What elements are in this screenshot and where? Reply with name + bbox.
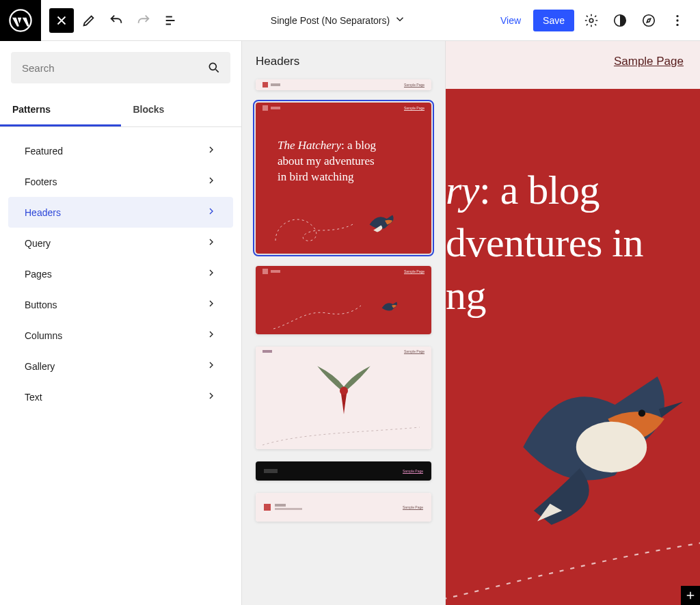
canvas-hero-block[interactable]: ry: a blog dventures in ng [446, 89, 700, 605]
category-item-text[interactable]: Text [8, 381, 233, 412]
svg-point-8 [339, 387, 347, 395]
category-item-columns[interactable]: Columns [8, 320, 233, 351]
settings-button[interactable] [580, 9, 603, 32]
svg-point-4 [676, 14, 678, 16]
editor-topbar: Single Post (No Separators) View Save [0, 0, 700, 41]
category-label: Headers [25, 207, 61, 218]
category-label: Columns [25, 330, 62, 341]
pattern-thumb-header-pink: Sample Page [256, 493, 431, 522]
chevron-right-icon [206, 298, 217, 311]
pattern-card[interactable]: Sample Page [256, 461, 431, 481]
category-item-featured[interactable]: Featured [8, 135, 233, 166]
svg-point-3 [643, 14, 655, 26]
pattern-thumb-header-dark: Sample Page [256, 461, 431, 481]
topbar-right-tools: View Save [494, 9, 700, 32]
tab-patterns[interactable]: Patterns [0, 94, 121, 126]
category-label: Featured [25, 146, 63, 157]
svg-point-5 [676, 19, 678, 21]
category-item-query[interactable]: Query [8, 228, 233, 258]
editor-canvas[interactable]: Sample Page ry: a blog dventures in ng [446, 41, 700, 605]
compass-icon [641, 13, 656, 28]
inserter-sidebar: Patterns Blocks FeaturedFootersHeadersQu… [0, 41, 242, 605]
styles-button[interactable] [608, 9, 632, 32]
kebab-icon [670, 13, 685, 28]
category-item-headers[interactable]: Headers [8, 197, 233, 228]
bird-icon [379, 298, 404, 315]
add-block-button[interactable] [681, 586, 700, 605]
pattern-thumb-link: Sample Page [404, 106, 425, 110]
inserter-tabs: Patterns Blocks [0, 94, 241, 127]
pattern-thumb-link: Sample Page [403, 469, 423, 473]
pattern-card-selected[interactable]: Sample Page The Hatchery: a blog about m… [256, 103, 431, 254]
template-switcher[interactable]: Single Post (No Separators) [183, 13, 494, 27]
svg-point-9 [576, 422, 647, 472]
pattern-thumb-link: Sample Page [404, 269, 425, 273]
view-link[interactable]: View [494, 15, 528, 26]
pattern-thumb-hero-red: Sample Page The Hatchery: a blog about m… [256, 103, 431, 254]
search-box[interactable] [11, 52, 230, 83]
dotted-path-icon [262, 426, 420, 446]
pattern-card[interactable]: Sample Page [256, 347, 431, 449]
category-label: Query [25, 238, 51, 249]
pattern-card[interactable]: Sample Page [256, 493, 431, 522]
patterns-panel: Headers Sample Page Sample Page The Hatc… [242, 41, 446, 605]
svg-point-1 [589, 18, 593, 23]
tab-blocks[interactable]: Blocks [121, 94, 242, 126]
edit-tool-button[interactable] [77, 8, 101, 33]
chevron-right-icon [206, 329, 217, 342]
chevron-right-icon [206, 206, 217, 219]
contrast-icon [612, 13, 628, 28]
chevron-right-icon [206, 390, 217, 403]
search-input[interactable] [21, 62, 207, 75]
close-inserter-button[interactable] [49, 8, 74, 33]
pattern-card[interactable]: Sample Page [256, 266, 431, 334]
redo-icon [136, 13, 151, 28]
more-options-button[interactable] [666, 9, 689, 32]
topbar-left-tools [41, 8, 183, 33]
chevron-right-icon [206, 144, 217, 157]
hummingbird-icon [314, 360, 373, 419]
undo-button[interactable] [104, 8, 129, 33]
close-icon [54, 13, 69, 28]
pattern-thumb-link: Sample Page [404, 83, 425, 87]
chevron-down-icon [394, 13, 406, 27]
pattern-thumb-heading: The Hatchery: a blog about my adventures… [256, 113, 392, 192]
pattern-thumb-hero-white: Sample Page [256, 347, 431, 449]
canvas-heading[interactable]: ry: a blog dventures in ng [446, 89, 700, 321]
svg-point-7 [209, 63, 216, 70]
wordpress-logo[interactable] [0, 0, 41, 41]
chevron-right-icon [206, 237, 217, 250]
category-label: Pages [25, 269, 52, 280]
chevron-right-icon [206, 175, 217, 188]
redo-button[interactable] [131, 8, 156, 33]
chevron-right-icon [206, 267, 217, 280]
pattern-card[interactable]: Sample Page [256, 79, 431, 90]
category-item-footers[interactable]: Footers [8, 166, 233, 197]
category-item-gallery[interactable]: Gallery [8, 351, 233, 381]
pattern-thumb-link: Sample Page [404, 349, 425, 353]
list-view-button[interactable] [159, 8, 183, 33]
chevron-right-icon [206, 360, 217, 373]
workspace: Patterns Blocks FeaturedFootersHeadersQu… [0, 41, 700, 605]
category-label: Footers [25, 176, 57, 187]
undo-icon [109, 13, 124, 28]
bird-icon [366, 209, 404, 236]
pattern-thumb-hero-red-small: Sample Page [256, 266, 431, 334]
pattern-category-list: FeaturedFootersHeadersQueryPagesButtonsC… [0, 127, 241, 605]
pattern-thumb-header-strip: Sample Page [256, 79, 431, 90]
category-label: Buttons [25, 299, 57, 310]
category-label: Gallery [25, 361, 55, 372]
pencil-icon [81, 13, 96, 28]
category-item-pages[interactable]: Pages [8, 258, 233, 289]
dotted-path-icon [272, 210, 354, 244]
category-label: Text [25, 392, 42, 403]
svg-point-6 [676, 23, 678, 25]
category-item-buttons[interactable]: Buttons [8, 289, 233, 320]
help-button[interactable] [637, 9, 660, 32]
dotted-path-icon [272, 296, 361, 330]
save-button[interactable]: Save [533, 10, 574, 31]
sample-page-link[interactable]: Sample Page [614, 55, 684, 68]
canvas-header-nav: Sample Page [446, 41, 700, 82]
pattern-thumb-link: Sample Page [403, 505, 423, 509]
plus-icon [684, 589, 697, 602]
